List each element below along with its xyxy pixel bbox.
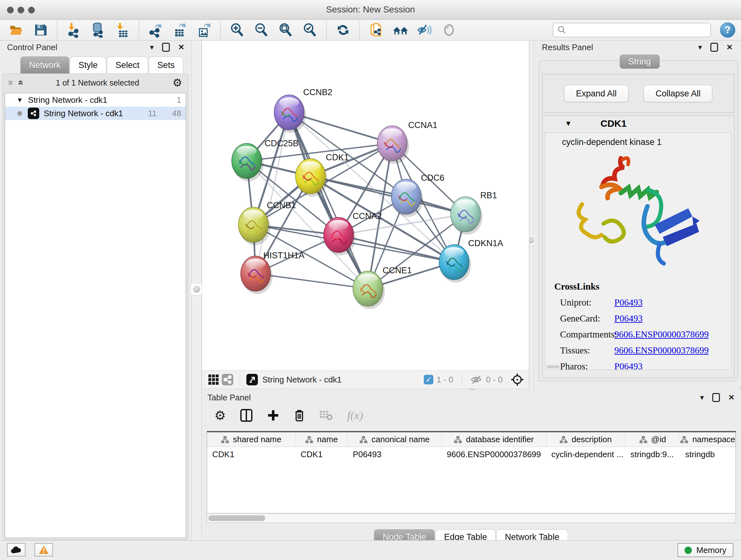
hide-unhide-icon[interactable]	[417, 22, 433, 38]
memory-button[interactable]: Memory	[677, 543, 733, 557]
zoom-fit-icon[interactable]	[278, 22, 293, 38]
node-RB1[interactable]: RB1	[451, 191, 497, 235]
results-panel: Results Panel ▾ ✕ String Expand All Coll…	[534, 41, 741, 385]
network-label: String Network - cdk1	[44, 109, 123, 118]
results-horizontal-scrollbar[interactable]	[547, 365, 559, 368]
results-panel-menu-icon[interactable]: ▾	[698, 44, 702, 51]
node-CCNE1[interactable]: CCNE1	[353, 266, 412, 309]
table-options-gear-icon[interactable]: ⚙	[214, 409, 226, 422]
column-header-database-identifier[interactable]: database identifier	[442, 432, 546, 447]
cloud-button[interactable]	[7, 543, 25, 557]
copy-network-icon[interactable]	[368, 22, 384, 38]
column-header-name[interactable]: name	[295, 432, 348, 447]
open-session-icon[interactable]	[8, 22, 24, 38]
grid-view-icon[interactable]	[206, 373, 220, 387]
tab-sets[interactable]: Sets	[149, 57, 183, 74]
expand-all-icon[interactable]: »	[14, 80, 25, 85]
crosslink-link[interactable]: 9606.ENSP00000378699	[614, 329, 709, 340]
export-image-icon[interactable]	[196, 22, 212, 38]
network-view-type-icon[interactable]	[220, 373, 234, 387]
column-header-canonical-name[interactable]: canonical name	[347, 432, 442, 447]
zoom-selected-icon[interactable]	[302, 22, 318, 38]
node-label-HIST1H1A: HIST1H1A	[263, 251, 305, 260]
import-network-database-icon[interactable]	[90, 22, 106, 38]
show-graphics-icon[interactable]	[441, 22, 457, 38]
node-CCNB1[interactable]: CCNB1	[239, 200, 296, 245]
table-cell[interactable]: stringdb:9...	[625, 447, 680, 462]
refresh-icon[interactable]	[335, 22, 351, 38]
help-icon[interactable]: ?	[720, 22, 735, 38]
crosslink-link[interactable]: P06493	[614, 361, 643, 370]
tab-network[interactable]: Network	[20, 57, 69, 74]
table-horizontal-scrollbar[interactable]	[207, 514, 736, 523]
tab-style[interactable]: Style	[70, 57, 106, 74]
control-panel-close-icon[interactable]: ✕	[178, 44, 185, 51]
search-box[interactable]	[553, 23, 711, 37]
save-session-icon[interactable]	[32, 22, 49, 38]
network-row-selected[interactable]: String Network - cdk1 11 48	[5, 107, 186, 120]
table-cell[interactable]: stringdb	[680, 447, 736, 462]
control-panel-menu-icon[interactable]: ▾	[150, 44, 154, 51]
control-panel-float-icon[interactable]	[162, 43, 170, 52]
node-table[interactable]: shared namenamecanonical namedatabase id…	[207, 431, 736, 513]
crosslink-label: Tissues:	[554, 345, 614, 356]
column-header--id[interactable]: @id	[625, 432, 680, 447]
home-icon[interactable]	[393, 22, 408, 38]
node-label-CDC25B: CDC25B	[265, 138, 299, 148]
node-CCNB2[interactable]: CCNB2	[274, 87, 333, 133]
selected-nodes-checkbox-icon[interactable]: ✓	[424, 375, 433, 384]
network-canvas[interactable]: CCNB2CCNA1CDC25BCDK1CDC6RB1CCNB1CCNA2CDK…	[202, 41, 529, 370]
left-splitter-grip[interactable]	[191, 283, 203, 295]
tab-select[interactable]: Select	[107, 57, 148, 74]
detach-view-icon[interactable]	[245, 373, 259, 387]
crosslink-link[interactable]: 9606.ENSP00000378699	[614, 345, 709, 356]
collection-expand-icon[interactable]: ▼	[17, 97, 23, 104]
table-row[interactable]: CDK1CDK1P064939606.ENSP00000378699cyclin…	[207, 447, 736, 462]
cytoscape-window: { "window": { "title": "Session: New Ses…	[0, 0, 741, 560]
export-network-icon[interactable]	[147, 22, 163, 38]
network-options-gear-icon[interactable]: ⚙	[173, 77, 182, 88]
zoom-out-icon[interactable]	[253, 22, 269, 38]
zoom-in-icon[interactable]	[229, 22, 245, 38]
node-CDC6[interactable]: CDC6	[391, 173, 445, 217]
crosshair-icon[interactable]	[510, 373, 524, 387]
table-panel-float-icon[interactable]	[712, 393, 720, 402]
delete-column-icon[interactable]	[293, 409, 305, 422]
node-CDKN1A[interactable]: CDKN1A	[439, 239, 503, 283]
results-panel-title: Results Panel	[542, 43, 593, 52]
tab-string[interactable]: String	[620, 55, 660, 69]
collapse-all-button[interactable]: Collapse All	[644, 85, 712, 102]
memory-label: Memory	[696, 545, 726, 555]
node-CDK1[interactable]: CDK1	[295, 152, 349, 197]
search-input[interactable]	[567, 25, 701, 35]
table-panel-menu-icon[interactable]: ▾	[700, 394, 704, 401]
expand-all-button[interactable]: Expand All	[564, 85, 629, 102]
export-table-icon[interactable]	[172, 22, 188, 38]
scrollbar-thumb[interactable]	[208, 515, 265, 521]
table-cell[interactable]: 9606.ENSP00000378699	[442, 447, 546, 462]
node-CDC25B[interactable]: CDC25B	[232, 138, 299, 181]
create-column-icon[interactable]	[267, 409, 280, 422]
network-collection-row[interactable]: ▼ String Network - cdk1 1	[5, 93, 186, 107]
crosslink-link[interactable]: P06493	[614, 313, 643, 324]
node-label-CDK1: CDK1	[326, 152, 349, 162]
results-panel-close-icon[interactable]: ✕	[726, 44, 733, 51]
gene-collapse-icon[interactable]: ▼	[565, 119, 572, 128]
column-header-namespace[interactable]: namespace	[680, 432, 736, 447]
table-panel-close-icon[interactable]: ✕	[728, 394, 735, 401]
crosslink-link[interactable]: P06493	[614, 297, 643, 308]
import-network-file-icon[interactable]	[66, 22, 82, 38]
node-HIST1H1A[interactable]: HIST1H1A	[241, 251, 305, 294]
table-cell[interactable]: CDK1	[295, 447, 348, 462]
table-cell[interactable]: P06493	[347, 447, 442, 462]
show-columns-icon[interactable]	[240, 409, 253, 422]
left-splitter[interactable]	[192, 41, 202, 540]
warnings-button[interactable]	[35, 543, 53, 557]
import-table-icon[interactable]	[114, 22, 130, 38]
table-cell[interactable]: CDK1	[207, 447, 295, 462]
column-header-shared-name[interactable]: shared name	[207, 432, 295, 447]
string-network-graph[interactable]: CCNB2CCNA1CDC25BCDK1CDC6RB1CCNB1CCNA2CDK…	[202, 41, 529, 370]
table-cell[interactable]: cyclin-dependent ...	[546, 447, 625, 462]
column-header-description[interactable]: description	[546, 432, 625, 447]
results-panel-float-icon[interactable]	[711, 43, 718, 52]
